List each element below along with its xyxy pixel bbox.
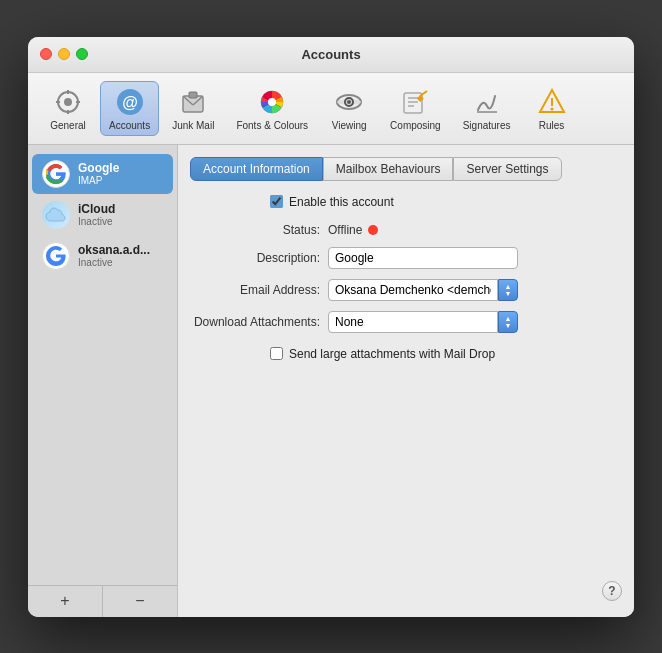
email-dropdown-button[interactable]: ▲ ▼ <box>498 279 518 301</box>
footer-area: ? <box>190 361 622 605</box>
tab-bar: Account Information Mailbox Behaviours S… <box>190 157 622 181</box>
download-attachments-label: Download Attachments: <box>190 315 320 329</box>
toolbar-item-junk-mail[interactable]: Junk Mail <box>163 81 223 136</box>
tab-server-settings[interactable]: Server Settings <box>453 157 561 181</box>
sidebar: Google IMAP iCloud Inactive <box>28 145 178 617</box>
svg-rect-19 <box>404 93 422 113</box>
general-icon <box>52 86 84 118</box>
rules-icon <box>536 86 568 118</box>
oksana-account-icon <box>42 242 70 270</box>
tab-account-information[interactable]: Account Information <box>190 157 323 181</box>
svg-point-1 <box>64 98 72 106</box>
google-account-name: Google <box>78 161 119 175</box>
viewing-label: Viewing <box>332 120 367 131</box>
main-panel: Account Information Mailbox Behaviours S… <box>178 145 634 617</box>
toolbar-item-composing[interactable]: Composing <box>381 81 450 136</box>
icloud-account-type: Inactive <box>78 216 115 227</box>
account-list: Google IMAP iCloud Inactive <box>28 145 177 585</box>
toolbar-item-viewing[interactable]: Viewing <box>321 81 377 136</box>
email-select-container: ▲ ▼ <box>328 279 518 301</box>
svg-rect-11 <box>189 92 197 98</box>
signatures-icon <box>471 86 503 118</box>
account-item-icloud[interactable]: iCloud Inactive <box>32 195 173 235</box>
svg-text:@: @ <box>122 94 138 111</box>
icloud-account-info: iCloud Inactive <box>78 202 115 227</box>
junk-mail-icon <box>177 86 209 118</box>
toolbar-item-signatures[interactable]: Signatures <box>454 81 520 136</box>
download-select-container: None All Recent ▲ ▼ <box>328 311 518 333</box>
accounts-label: Accounts <box>109 120 150 131</box>
status-value-container: Offline <box>328 223 378 237</box>
oksana-account-name: oksana.a.d... <box>78 243 150 257</box>
rules-label: Rules <box>539 120 565 131</box>
icloud-account-name: iCloud <box>78 202 115 216</box>
status-text: Offline <box>328 223 362 237</box>
fonts-colours-label: Fonts & Colours <box>236 120 308 131</box>
general-label: General <box>50 120 86 131</box>
close-button[interactable] <box>40 48 52 60</box>
maximize-button[interactable] <box>76 48 88 60</box>
enable-account-checkbox[interactable] <box>270 195 283 208</box>
remove-account-button[interactable]: − <box>103 586 177 617</box>
svg-point-14 <box>268 98 276 106</box>
add-account-button[interactable]: + <box>28 586 103 617</box>
enable-account-label: Enable this account <box>289 195 394 209</box>
account-item-google[interactable]: Google IMAP <box>32 154 173 194</box>
svg-point-18 <box>347 100 351 104</box>
google-account-info: Google IMAP <box>78 161 119 186</box>
accounts-icon: @ <box>114 86 146 118</box>
icloud-account-icon <box>42 201 70 229</box>
enable-account-row: Enable this account <box>270 195 622 209</box>
description-label: Description: <box>190 251 320 265</box>
toolbar-item-rules[interactable]: Rules <box>524 81 580 136</box>
account-item-oksana[interactable]: oksana.a.d... Inactive <box>32 236 173 276</box>
junk-mail-label: Junk Mail <box>172 120 214 131</box>
composing-icon <box>399 86 431 118</box>
signatures-label: Signatures <box>463 120 511 131</box>
google-account-type: IMAP <box>78 175 119 186</box>
svg-point-28 <box>550 107 553 110</box>
mail-drop-row: Send large attachments with Mail Drop <box>270 347 622 361</box>
viewing-icon <box>333 86 365 118</box>
download-attachments-row: Download Attachments: None All Recent ▲ … <box>190 311 622 333</box>
oksana-account-type: Inactive <box>78 257 150 268</box>
minimize-button[interactable] <box>58 48 70 60</box>
oksana-account-info: oksana.a.d... Inactive <box>78 243 150 268</box>
title-bar: Accounts <box>28 37 634 73</box>
email-address-input[interactable] <box>328 279 498 301</box>
mail-drop-checkbox[interactable] <box>270 347 283 360</box>
mail-drop-label: Send large attachments with Mail Drop <box>289 347 495 361</box>
email-address-row: Email Address: ▲ ▼ <box>190 279 622 301</box>
toolbar-item-accounts[interactable]: @ Accounts <box>100 81 159 136</box>
window-title: Accounts <box>301 47 360 62</box>
email-address-label: Email Address: <box>190 283 320 297</box>
traffic-lights <box>40 48 88 60</box>
main-window: Accounts General @ <box>28 37 634 617</box>
toolbar-item-general[interactable]: General <box>40 81 96 136</box>
account-form: Enable this account Status: Offline Desc… <box>190 195 622 361</box>
tab-mailbox-behaviours[interactable]: Mailbox Behaviours <box>323 157 454 181</box>
status-indicator <box>368 225 378 235</box>
google-account-icon <box>42 160 70 188</box>
fonts-colours-icon <box>256 86 288 118</box>
status-label: Status: <box>190 223 320 237</box>
sidebar-footer: + − <box>28 585 177 617</box>
description-row: Description: <box>190 247 622 269</box>
toolbar-item-fonts-colours[interactable]: Fonts & Colours <box>227 81 317 136</box>
download-attachments-select[interactable]: None All Recent <box>328 311 498 333</box>
composing-label: Composing <box>390 120 441 131</box>
download-dropdown-button[interactable]: ▲ ▼ <box>498 311 518 333</box>
description-input[interactable] <box>328 247 518 269</box>
help-button[interactable]: ? <box>602 581 622 601</box>
status-row: Status: Offline <box>190 223 622 237</box>
toolbar: General @ Accounts Junk Mail <box>28 73 634 145</box>
content-area: Google IMAP iCloud Inactive <box>28 145 634 617</box>
